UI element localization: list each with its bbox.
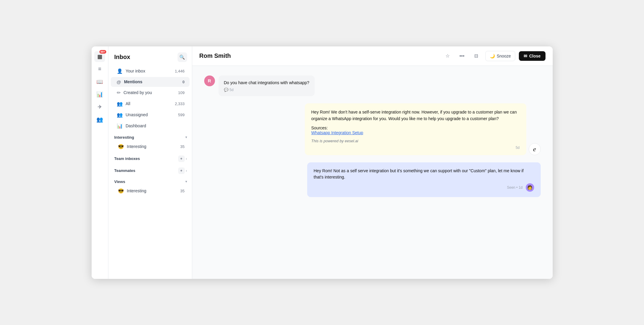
snooze-moon-icon: 🌙 (490, 54, 495, 58)
contacts-nav-icon[interactable]: 👥 (94, 114, 105, 125)
assign-icon: ⊟ (474, 53, 478, 59)
main-content: Rom Smith ☆ ••• ⊟ 🌙 Snooze ✉ Close (192, 46, 553, 279)
teammates-chevron-icon[interactable]: › (186, 169, 187, 173)
created-by-you-icon: ✏ (117, 90, 121, 96)
interesting-count-2: 35 (180, 189, 184, 193)
your-inbox-icon: 👤 (117, 68, 123, 74)
agent-avatar-emoji: 🧑 (527, 185, 532, 190)
reports-nav-icon[interactable]: 📊 (94, 89, 105, 100)
chart-icon: 📊 (96, 91, 103, 98)
people-icon: 👥 (96, 116, 103, 123)
your-inbox-label: Your inbox (126, 69, 172, 73)
your-inbox-count: 1,446 (175, 69, 185, 73)
search-icon: 🔍 (179, 55, 185, 60)
seen-time-text: Seen • 1d (507, 185, 522, 190)
sidebar-item-created-by-you[interactable]: ✏ Created by you 109 (111, 87, 190, 98)
notification-badge: 99+ (99, 50, 106, 54)
views-section-title: Views (114, 179, 125, 184)
sidebar-item-interesting-2[interactable]: 😎 Interesting 35 (111, 186, 190, 196)
sidebar-item-unassigned[interactable]: 👥 Unassigned 599 (111, 110, 190, 120)
all-icon: 👥 (117, 101, 123, 107)
more-icon: ••• (459, 53, 464, 59)
interesting-section-title: Interesting (114, 135, 134, 140)
incoming-time-value: 5d (230, 88, 234, 92)
powered-by-text: This is powered by eesel.ai (311, 139, 520, 143)
star-icon: ☆ (446, 53, 450, 59)
dashboard-label: Dashboard (126, 123, 185, 128)
mentions-count: 0 (182, 80, 184, 84)
assign-button[interactable]: ⊟ (471, 51, 482, 61)
created-by-you-count: 109 (178, 90, 185, 95)
team-inboxes-chevron-icon[interactable]: › (186, 157, 187, 161)
unassigned-label: Unassigned (126, 112, 175, 117)
views-chevron-icon: ▾ (185, 179, 187, 184)
message-ai-row: Hey Rom! We don't have a self-serve inte… (204, 103, 541, 155)
all-label: All (126, 101, 172, 106)
close-envelope-icon: ✉ (524, 54, 527, 58)
message-agent: Hey Rom! Not as a self serve integration… (204, 162, 541, 197)
unassigned-icon: 👥 (117, 112, 123, 118)
team-inboxes-section-header: Team inboxes + › (108, 152, 192, 164)
team-inboxes-actions: + › (178, 155, 187, 162)
incoming-bubble: Do you have chat integrations with whats… (219, 75, 315, 96)
teammates-section-header: Teammates + › (108, 164, 192, 176)
eesel-logo: e (529, 143, 541, 155)
send-icon: ✈ (98, 104, 102, 110)
message-incoming: R Do you have chat integrations with wha… (204, 75, 541, 96)
contact-avatar: R (204, 75, 215, 86)
conversations-icon: ≡ (98, 66, 101, 72)
sidebar-header: Inbox 🔍 (108, 46, 192, 66)
knowledge-nav-icon[interactable]: 📖 (94, 76, 105, 87)
teammates-actions: + › (178, 167, 187, 174)
mentions-icon: @ (117, 79, 121, 84)
conversations-nav-icon[interactable]: ≡ (94, 64, 105, 75)
interesting-chevron-icon: ▾ (185, 135, 187, 139)
interesting-emoji-icon-2: 😎 (118, 188, 124, 194)
sidebar-item-mentions[interactable]: @ Mentions 0 (111, 77, 190, 87)
inbox-nav-icon[interactable]: ▦ 99+ (94, 51, 105, 62)
sidebar-item-interesting-1[interactable]: 😎 Interesting 35 (111, 142, 190, 152)
incoming-message-time: 💬 5d (224, 88, 310, 92)
more-options-button[interactable]: ••• (457, 51, 467, 61)
book-icon: 📖 (96, 78, 103, 85)
chat-header: Rom Smith ☆ ••• ⊟ 🌙 Snooze ✉ Close (192, 46, 553, 66)
source-link[interactable]: Whatsapp Integration Setup (311, 130, 363, 135)
dashboard-icon: 📊 (117, 123, 123, 129)
created-by-you-label: Created by you (124, 90, 175, 95)
snooze-label: Snooze (497, 54, 511, 58)
interesting-label-2: Interesting (127, 188, 178, 193)
ai-bubble: Hey Rom! We don't have a self-serve inte… (305, 103, 526, 155)
mentions-label: Mentions (124, 79, 179, 84)
incoming-message-text: Do you have chat integrations with whats… (224, 80, 310, 86)
sidebar-item-dashboard[interactable]: 📊 Dashboard (111, 121, 190, 131)
agent-avatar: 🧑 (526, 183, 534, 192)
ai-message-text: Hey Rom! We don't have a self-serve inte… (311, 109, 520, 122)
views-section-header[interactable]: Views ▾ (108, 176, 192, 186)
agent-footer: Seen • 1d 🧑 (314, 183, 534, 192)
sidebar-item-your-inbox[interactable]: 👤 Your inbox 1,446 (111, 66, 190, 76)
teammates-title: Teammates (114, 168, 136, 173)
ai-message-time: 5d (311, 146, 520, 150)
search-button[interactable]: 🔍 (178, 52, 187, 62)
snooze-button[interactable]: 🌙 Snooze (485, 51, 515, 61)
sidebar-item-all[interactable]: 👥 All 2,333 (111, 99, 190, 109)
interesting-section-header[interactable]: Interesting ▾ (108, 131, 192, 141)
star-button[interactable]: ☆ (442, 51, 453, 61)
agent-message-text: Hey Rom! Not as a self serve integration… (314, 168, 534, 180)
all-count: 2,333 (175, 102, 185, 106)
interesting-emoji-icon: 😎 (118, 144, 124, 149)
inbox-icon-symbol: ▦ (97, 53, 102, 60)
teammates-add-button[interactable]: + (178, 167, 185, 174)
interesting-label-1: Interesting (127, 144, 178, 149)
close-button[interactable]: ✉ Close (519, 51, 545, 61)
sources-label: Sources: (311, 126, 520, 130)
chat-area: R Do you have chat integrations with wha… (192, 66, 553, 279)
campaigns-nav-icon[interactable]: ✈ (94, 102, 105, 112)
sidebar-title: Inbox (114, 54, 130, 61)
close-label: Close (529, 54, 540, 58)
sidebar: Inbox 🔍 👤 Your inbox 1,446 @ Mentions 0 … (108, 46, 192, 279)
agent-bubble: Hey Rom! Not as a self serve integration… (307, 162, 541, 197)
team-inboxes-title: Team inboxes (114, 156, 140, 161)
chat-time-icon: 💬 (224, 88, 228, 92)
team-inboxes-add-button[interactable]: + (178, 155, 185, 162)
